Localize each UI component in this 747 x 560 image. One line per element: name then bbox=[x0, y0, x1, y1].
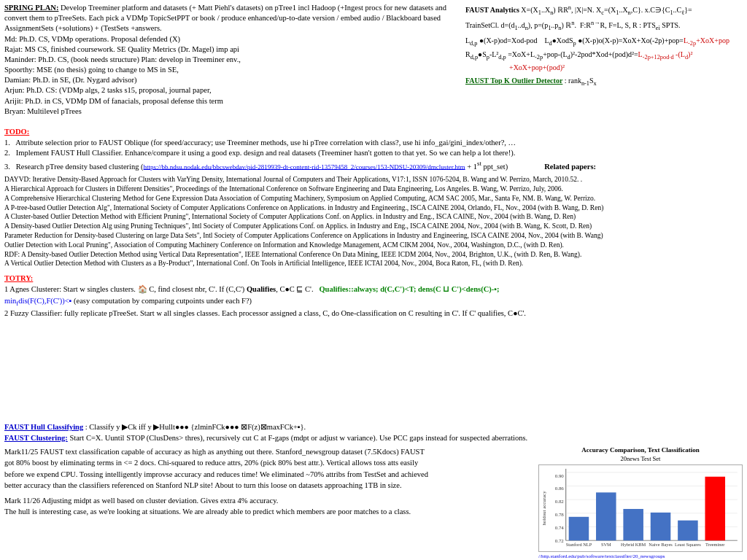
bottom-line2: got 80% boost by eliminating terms in <=… bbox=[4, 457, 533, 468]
bottom-line7: The hull is interesting case, as we're l… bbox=[4, 506, 533, 517]
faust-analytics-formula1: X=(X1..Xn) ℝRn, |X|=N. Xc=(X1..Xn,C}. x.… bbox=[521, 6, 692, 14]
svg-text:0.74: 0.74 bbox=[555, 525, 565, 530]
svg-text:0.78: 0.78 bbox=[555, 512, 565, 517]
faust-hull-classifying-line: FAUST Hull Classifying : Classify y ▶Ck … bbox=[4, 421, 743, 432]
bar-naive bbox=[651, 513, 671, 540]
bottom-line6: Mark 11/26 Adjusting midpt as well based… bbox=[4, 495, 533, 506]
totry-section: TOTRY: 1 Agnes Clusterer: Start w single… bbox=[4, 273, 743, 319]
chart-svg: 0.72 0.74 0.78 0.82 0.86 0.90 bbox=[539, 465, 742, 551]
chart-container: 0.72 0.74 0.78 0.82 0.86 0.90 bbox=[538, 464, 743, 552]
rda-formula: Rd,p●Sp-L²d,p =XoX+L-2p+pop-(Ld)²-2pod*X… bbox=[465, 49, 743, 62]
faust-analytics-title-line: FAUST Analytics X=(X1..Xn) ℝRn, |X|=N. X… bbox=[465, 3, 743, 18]
faust-analytics-title: FAUST Analytics bbox=[465, 6, 519, 14]
bar-svm bbox=[596, 493, 616, 541]
faust-hull-section: FAUST Hull Classifying : Classify y ▶Ck … bbox=[4, 421, 743, 443]
svg-text:Least Squares: Least Squares bbox=[675, 542, 701, 547]
paper-9: RDF: A Density-based Outlier Detection M… bbox=[4, 250, 743, 260]
todo-item1: 1. Attribute selection prior to FAUST Ob… bbox=[4, 138, 743, 149]
svg-text:Stanford NLP: Stanford NLP bbox=[566, 542, 592, 547]
dmcluster-link[interactable]: https://bb.ndsu.nodak.edu/bbcswebdav/pid… bbox=[144, 163, 465, 170]
related-papers-label: Related papers: bbox=[544, 162, 596, 170]
svg-text:holdout accuracy: holdout accuracy bbox=[541, 491, 546, 526]
faust-top-outlier-label: FAUST Top K Outlier Detector bbox=[465, 77, 562, 85]
bottom-section: Mark11/25 FAUST text classification capa… bbox=[4, 446, 743, 559]
svg-text:SVM: SVM bbox=[601, 542, 611, 547]
todo-title: TODO: bbox=[4, 128, 29, 136]
chart-title: Accuracy Comparison, Text Classification bbox=[538, 446, 743, 454]
svg-text:Treeminer: Treeminer bbox=[705, 542, 725, 547]
totry-title: TOTRY: bbox=[4, 274, 33, 282]
faust-analytics-formula2: TrainSetCl. d=(d1..dn), p=(p1..pn) ℝn. F… bbox=[465, 18, 743, 34]
chart-area: Accuracy Comparison, Text Classification… bbox=[538, 446, 743, 559]
paper-5: A Cluster-based Outlier Detection Method… bbox=[4, 212, 743, 222]
main-page: FAUST Analytics X=(X1..Xn) ℝRn, |X|=N. X… bbox=[0, 0, 747, 560]
paper-1: DAYVD: Iterative Density-Based Approach … bbox=[4, 175, 743, 184]
totry-item1b: minfdis(F(C),F(C'))<▪ (easy computation … bbox=[4, 295, 743, 308]
faust-analytics-block: FAUST Analytics X=(X1..Xn) ℝRn, |X|=N. X… bbox=[465, 3, 743, 88]
spring-plan-line8: Arijit: Ph.D. in CS, VDMp DM of fanacial… bbox=[4, 96, 743, 106]
totry-item1: 1 Agnes Clusterer: Start w singles clust… bbox=[4, 284, 743, 295]
paper-10: A Vertical Outlier Detection Method with… bbox=[4, 259, 743, 268]
todo-item3: 3. Research pTree density based clusteri… bbox=[4, 159, 743, 172]
svg-text:0.72: 0.72 bbox=[555, 538, 565, 543]
spacer bbox=[4, 319, 743, 421]
bar-hybrid bbox=[623, 509, 643, 540]
faust-top-outlier: FAUST Top K Outlier Detector : rankn-1Sx bbox=[465, 75, 743, 88]
spring-plan-line9: Bryan: Multilevel pTrees bbox=[4, 106, 743, 117]
svg-text:Hybrid KBM: Hybrid KBM bbox=[621, 542, 646, 547]
bottom-line1: Mark11/25 FAUST text classification capa… bbox=[4, 446, 533, 457]
paper-2: A Hierarchical Approach for Clusters in … bbox=[4, 184, 743, 194]
spring-plan-title: SPRING PLAN: bbox=[4, 4, 58, 12]
bottom-text-block: Mark11/25 FAUST text classification capa… bbox=[4, 446, 533, 559]
bottom-line4: better accuracy than the classifiers ref… bbox=[4, 480, 533, 491]
faust-hull-classifying-text: : Classify y ▶Ck iff y ▶Hullt●●● {zlminF… bbox=[85, 423, 306, 431]
faust-clustering-label: FAUST Clustering: bbox=[4, 434, 68, 442]
spring-plan-text: Develop Treeminer platform and datasets … bbox=[4, 4, 446, 32]
top-section: FAUST Analytics X=(X1..Xn) ℝRn, |X|=N. X… bbox=[4, 3, 743, 121]
chart-footer-link: //http.stanford.edu/pub/software/textcla… bbox=[538, 553, 743, 559]
paper-4: A P-tree-based Outlier Detection Alg", I… bbox=[4, 203, 743, 213]
svg-text:0.90: 0.90 bbox=[555, 473, 565, 478]
totry-item2: 2 Fuzzy Classifier: fully replicate pTre… bbox=[4, 308, 743, 319]
bar-treeminer bbox=[705, 477, 726, 541]
todo-title-line: TODO: bbox=[4, 127, 743, 138]
papers-list: DAYVD: Iterative Density-Based Approach … bbox=[4, 175, 743, 268]
faust-top-outlier-formula: : rankn-1Sx bbox=[565, 77, 597, 85]
todo-item2: 2. Implement FAUST Hull Classifier. Enha… bbox=[4, 148, 743, 159]
chart-subtitle: 20news Test Set bbox=[538, 455, 743, 462]
bar-stanford bbox=[569, 517, 589, 540]
svg-text:Naive Bayes: Naive Bayes bbox=[649, 542, 673, 547]
faust-clustering-text: Start C=X. Uuntil STOP (ClusDens> thres)… bbox=[69, 434, 527, 442]
todo-section: TODO: 1. Attribute selection prior to FA… bbox=[4, 127, 743, 268]
bottom-line3: before we expend CPU. Tossing intelligen… bbox=[4, 469, 533, 480]
paper-7: Parameter Reduction for Density-based Cl… bbox=[4, 231, 743, 241]
faust-clustering-line: FAUST Clustering: Start C=X. Uuntil STOP… bbox=[4, 432, 743, 443]
svg-text:0.86: 0.86 bbox=[555, 486, 565, 491]
paper-6: A Density-based Outlier Detection Alg us… bbox=[4, 222, 743, 231]
paper-8: Outlier Detection with Local Pruning", A… bbox=[4, 241, 743, 250]
bar-least-squares bbox=[678, 521, 698, 541]
faust-hull-classifying-label: FAUST Hull Classifying bbox=[4, 423, 83, 431]
lda-formula: Ld,p ●(X-p)od=Xod-pod Ld●XodSp ●(X-p)o(X… bbox=[465, 35, 743, 48]
rda-formula2: +XoX+pop+(pod)² bbox=[509, 62, 743, 74]
paper-3: A Comprehensive Hierarchical Clustering … bbox=[4, 194, 743, 203]
svg-text:0.82: 0.82 bbox=[555, 499, 565, 504]
totry-title-line: TOTRY: bbox=[4, 273, 743, 284]
